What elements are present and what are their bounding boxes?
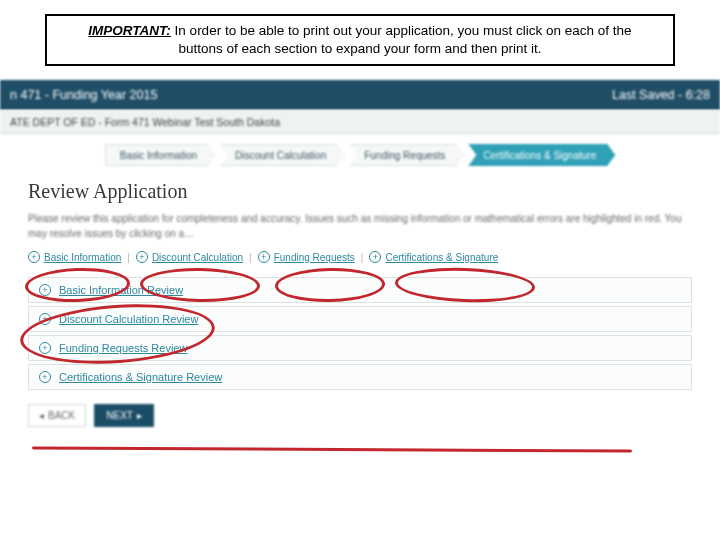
step-funding-requests[interactable]: Funding Requests (349, 144, 464, 166)
breadcrumb: ATE DEPT OF ED - Form 471 Webinar Test S… (0, 110, 720, 134)
expand-icon: + (136, 251, 148, 263)
panel-label: Basic Information Review (59, 284, 183, 296)
divider: | (361, 252, 364, 263)
divider: | (127, 252, 130, 263)
quick-link-discount-calculation[interactable]: + Discount Calculation (136, 251, 243, 263)
panel-certifications-signature-review[interactable]: + Certifications & Signature Review (28, 364, 692, 390)
app-window: n 471 - Funding Year 2015 Last Saved - 6… (0, 80, 720, 427)
step-label: Basic Information (120, 150, 197, 161)
last-saved: Last Saved - 6:28 (612, 88, 710, 102)
quick-link-basic-information[interactable]: + Basic Information (28, 251, 121, 263)
header-bar: n 471 - Funding Year 2015 Last Saved - 6… (0, 80, 720, 110)
panel-basic-information-review[interactable]: + Basic Information Review (28, 277, 692, 303)
step-basic-information[interactable]: Basic Information (105, 144, 216, 166)
review-panels: + Basic Information Review + Discount Ca… (28, 277, 692, 390)
underline-annotation (32, 446, 632, 452)
quick-link-label: Certifications & Signature (385, 252, 498, 263)
quick-link-label: Discount Calculation (152, 252, 243, 263)
divider: | (249, 252, 252, 263)
panel-discount-calculation-review[interactable]: + Discount Calculation Review (28, 306, 692, 332)
next-label: NEXT (106, 410, 133, 421)
content-area: Review Application Please review this ap… (0, 180, 720, 427)
quick-link-label: Basic Information (44, 252, 121, 263)
step-label: Funding Requests (364, 150, 445, 161)
back-button[interactable]: ◂ BACK (28, 404, 86, 427)
chevron-left-icon: ◂ (39, 410, 44, 421)
important-label: IMPORTANT: (88, 23, 171, 38)
panel-funding-requests-review[interactable]: + Funding Requests Review (28, 335, 692, 361)
back-label: BACK (48, 410, 75, 421)
quick-links-row: + Basic Information | + Discount Calcula… (28, 251, 692, 263)
expand-icon: + (39, 342, 51, 354)
panel-label: Certifications & Signature Review (59, 371, 222, 383)
step-label: Certifications & Signature (483, 150, 596, 161)
chevron-right-icon: ▸ (137, 410, 142, 421)
next-button[interactable]: NEXT ▸ (94, 404, 154, 427)
step-certifications-signature[interactable]: Certifications & Signature (468, 144, 615, 166)
expand-icon: + (258, 251, 270, 263)
expand-icon: + (39, 371, 51, 383)
section-heading: Review Application (28, 180, 692, 203)
important-text: In order to be able to print out your ap… (175, 23, 632, 56)
instruction-callout: IMPORTANT: In order to be able to print … (45, 14, 675, 66)
expand-icon: + (28, 251, 40, 263)
expand-icon: + (369, 251, 381, 263)
button-row: ◂ BACK NEXT ▸ (28, 404, 692, 427)
page-title: n 471 - Funding Year 2015 (10, 88, 157, 102)
quick-link-certifications-signature[interactable]: + Certifications & Signature (369, 251, 498, 263)
expand-icon: + (39, 284, 51, 296)
section-description: Please review this application for compl… (28, 211, 692, 241)
panel-label: Discount Calculation Review (59, 313, 198, 325)
quick-link-label: Funding Requests (274, 252, 355, 263)
quick-link-funding-requests[interactable]: + Funding Requests (258, 251, 355, 263)
expand-icon: + (39, 313, 51, 325)
step-label: Discount Calculation (235, 150, 326, 161)
wizard-steps: Basic Information Discount Calculation F… (0, 134, 720, 180)
panel-label: Funding Requests Review (59, 342, 187, 354)
breadcrumb-text: ATE DEPT OF ED - Form 471 Webinar Test S… (10, 116, 280, 128)
step-discount-calculation[interactable]: Discount Calculation (220, 144, 345, 166)
